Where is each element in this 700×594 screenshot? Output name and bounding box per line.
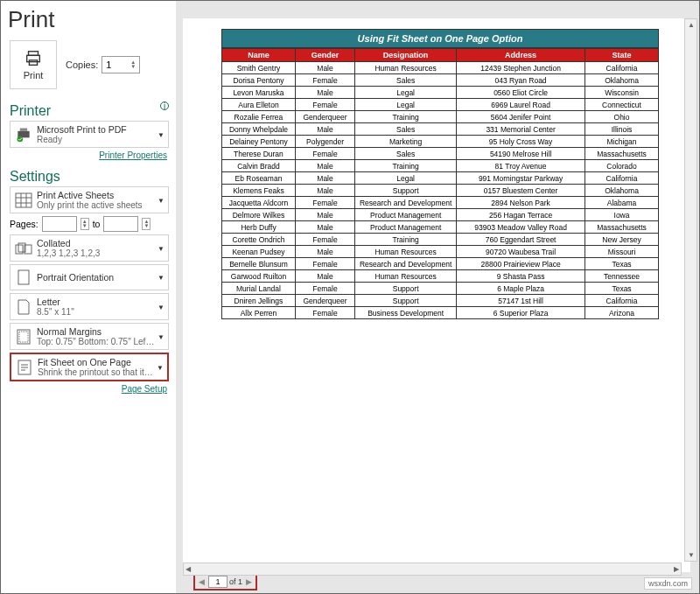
print-preview: Using Fit Sheet on One Page Option NameG… bbox=[183, 18, 690, 572]
sheets-icon bbox=[14, 191, 33, 210]
svg-rect-2 bbox=[29, 60, 37, 66]
chevron-down-icon: ▼ bbox=[158, 130, 164, 138]
table-row: Keenan PudseyMaleHuman Resources90720 Wa… bbox=[222, 246, 659, 258]
column-header: Name bbox=[222, 49, 296, 62]
sheet-title: Using Fit Sheet on One Page Option bbox=[221, 29, 659, 48]
margins-sub: Top: 0.75" Bottom: 0.75" Lef… bbox=[37, 337, 164, 346]
svg-rect-16 bbox=[19, 332, 28, 342]
page-setup-link[interactable]: Page Setup bbox=[10, 384, 167, 394]
print-what-sub: Only print the active sheets bbox=[37, 200, 164, 210]
info-icon[interactable]: i bbox=[160, 101, 169, 110]
paper-icon bbox=[14, 297, 33, 317]
table-row: Klemens FeaksMaleSupport0157 Bluestem Ce… bbox=[222, 185, 659, 197]
table-row: Dorisa PentonyFemaleSales043 Ryan RoadOk… bbox=[222, 74, 659, 87]
paper-size-select[interactable]: Letter8.5" x 11" ▼ bbox=[10, 293, 169, 320]
table-row: Bernelle BlunsumFemaleResearch and Devel… bbox=[222, 258, 659, 270]
table-row: Delmore WilkesMaleProduct Management256 … bbox=[222, 209, 659, 221]
collated-title: Collated bbox=[37, 238, 71, 248]
table-row: Calvin BraddMaleTraining81 Troy AvenueCo… bbox=[222, 160, 659, 172]
printer-icon bbox=[24, 49, 43, 68]
pages-from-input[interactable] bbox=[42, 216, 77, 232]
margins-select[interactable]: Normal MarginsTop: 0.75" Bottom: 0.75" L… bbox=[10, 323, 169, 350]
next-page-icon[interactable]: ▶ bbox=[244, 577, 254, 586]
table-row: Jacquetta AldcornFemaleResearch and Deve… bbox=[222, 197, 659, 209]
spinner-icon[interactable]: ▲▼ bbox=[130, 60, 136, 69]
prev-page-icon[interactable]: ◀ bbox=[197, 577, 206, 586]
column-header: State bbox=[585, 49, 659, 62]
svg-rect-0 bbox=[29, 52, 38, 56]
scaling-title: Fit Sheet on One Page bbox=[38, 357, 131, 367]
copies-value: 1 bbox=[106, 59, 111, 70]
scaling-select[interactable]: Fit Sheet on One PageShrink the printout… bbox=[10, 353, 169, 381]
collated-sub: 1,2,3 1,2,3 1,2,3 bbox=[37, 248, 164, 258]
table-row: Delainey PentonyPolygenderMarketing95 Ho… bbox=[222, 136, 659, 148]
chevron-down-icon: ▼ bbox=[158, 332, 164, 340]
pages-to-input[interactable] bbox=[103, 216, 138, 232]
table-row: Herb DuffyMaleProduct Management93903 Me… bbox=[222, 221, 659, 234]
orientation-select[interactable]: Portrait Orientation ▼ bbox=[10, 264, 169, 290]
vertical-scrollbar[interactable] bbox=[684, 18, 697, 562]
column-header: Address bbox=[457, 49, 585, 62]
table-row: Murial LandalFemaleSupport6 Maple PlazaT… bbox=[222, 283, 659, 295]
svg-rect-14 bbox=[18, 270, 29, 284]
table-row: Levon MaruskaMaleLegal0560 Eliot CircleW… bbox=[222, 87, 659, 99]
table-row: Eb RoseamanMaleLegal991 Morningstar Park… bbox=[222, 172, 659, 185]
table-row: Therese DuranFemaleSales54190 Melrose Hi… bbox=[222, 148, 659, 160]
print-what-select[interactable]: Print Active SheetsOnly print the active… bbox=[10, 186, 169, 213]
chevron-down-icon: ▼ bbox=[158, 303, 164, 311]
chevron-down-icon: ▼ bbox=[158, 244, 164, 252]
chevron-down-icon: ▼ bbox=[157, 363, 164, 371]
orientation-title: Portrait Orientation bbox=[37, 272, 114, 283]
page-number-input[interactable] bbox=[208, 576, 228, 588]
column-header: Gender bbox=[295, 49, 354, 62]
collated-icon bbox=[14, 239, 33, 258]
table-row: Garwood RuiltonMaleHuman Resources9 Shas… bbox=[222, 270, 659, 283]
page-title: Print bbox=[8, 6, 169, 33]
spinner-icon[interactable]: ▲▼ bbox=[142, 218, 150, 230]
page-navigator[interactable]: ◀ of 1 ▶ bbox=[193, 573, 257, 591]
table-row: Smith GentryMaleHuman Resources12439 Ste… bbox=[222, 62, 659, 74]
settings-section-label: Settings bbox=[10, 169, 169, 185]
pages-to-label: to bbox=[93, 219, 101, 229]
printer-name: Microsoft Print to PDF bbox=[37, 124, 127, 135]
table-row: Dniren JellingsGenderqueerSupport57147 1… bbox=[222, 295, 659, 307]
table-row: Corette OndrichFemaleTraining760 Eggenda… bbox=[222, 234, 659, 246]
svg-point-5 bbox=[18, 136, 24, 142]
watermark: wsxdn.com bbox=[644, 577, 692, 590]
printer-select[interactable]: Microsoft Print to PDF Ready ▼ bbox=[10, 121, 169, 148]
data-table: NameGenderDesignationAddressState Smith … bbox=[221, 48, 659, 319]
horizontal-scrollbar[interactable] bbox=[183, 563, 682, 576]
table-row: Rozalie FerreaGenderqueerTraining5604 Je… bbox=[222, 111, 659, 123]
collation-select[interactable]: Collated1,2,3 1,2,3 1,2,3 ▼ bbox=[10, 234, 169, 262]
fit-page-icon bbox=[15, 358, 34, 377]
chevron-down-icon: ▼ bbox=[158, 196, 164, 204]
column-header: Designation bbox=[355, 49, 457, 62]
printer-ready-icon bbox=[14, 125, 33, 144]
printer-section-label: Printer i bbox=[10, 103, 169, 119]
page-total-label: of 1 bbox=[229, 577, 242, 586]
portrait-icon bbox=[14, 268, 33, 287]
scaling-sub: Shrink the printout so that it… bbox=[38, 367, 164, 377]
paper-sub: 8.5" x 11" bbox=[37, 307, 164, 317]
table-row: Donny WhelpdaleMaleSales331 Memorial Cen… bbox=[222, 123, 659, 136]
copies-label: Copies: bbox=[66, 59, 98, 70]
margins-title: Normal Margins bbox=[37, 326, 102, 337]
table-row: Allx PerrenFemaleBusiness Development6 S… bbox=[222, 307, 659, 319]
print-button[interactable]: Print bbox=[10, 40, 57, 89]
svg-rect-6 bbox=[16, 193, 32, 207]
printer-status: Ready bbox=[37, 135, 164, 144]
print-label: Print bbox=[24, 70, 44, 80]
paper-title: Letter bbox=[37, 297, 60, 307]
printer-properties-link[interactable]: Printer Properties bbox=[10, 150, 167, 160]
margins-icon bbox=[14, 327, 33, 346]
table-row: Aura ElletonFemaleLegal6969 Laurel RoadC… bbox=[222, 99, 659, 111]
print-what-title: Print Active Sheets bbox=[37, 190, 114, 200]
svg-rect-4 bbox=[20, 128, 27, 130]
spinner-icon[interactable]: ▲▼ bbox=[80, 218, 89, 230]
copies-input[interactable]: 1 ▲▼ bbox=[102, 56, 140, 73]
chevron-down-icon: ▼ bbox=[158, 274, 164, 282]
pages-label: Pages: bbox=[10, 219, 38, 229]
